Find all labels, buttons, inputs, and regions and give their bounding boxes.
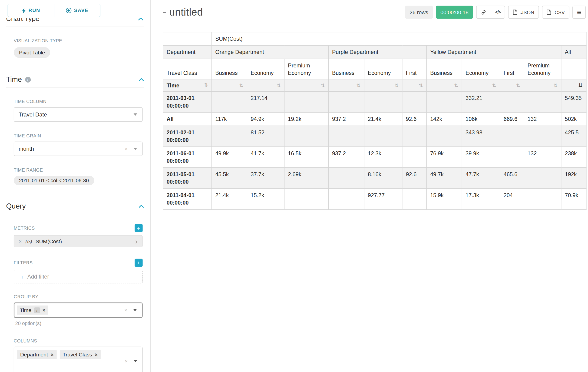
columns-label: COLUMNS <box>14 338 143 344</box>
export-csv-button[interactable]: .CSV <box>542 6 569 19</box>
pivot-metric-row: SUM(Cost) <box>163 32 586 45</box>
columns-select[interactable]: Department × Travel Class × × <box>14 347 143 372</box>
clear-icon[interactable]: × <box>125 146 128 152</box>
sort-icon[interactable]: ⇅ <box>277 82 281 89</box>
sort-column[interactable]: ⇅ <box>462 80 500 92</box>
viz-type-pill[interactable]: Pivot Table <box>14 47 50 58</box>
pivot-data-row: 2011-04-01 00:00:0021.4k15.2k927.7715.9k… <box>163 189 586 210</box>
sort-column[interactable]: ⇅ <box>212 80 247 92</box>
sort-column[interactable]: ⇅ <box>284 80 328 92</box>
sort-desc-icon[interactable]: ⇊ <box>578 82 583 89</box>
chip-remove-icon[interactable]: × <box>51 352 53 357</box>
clear-icon[interactable]: × <box>125 358 128 364</box>
control-panel-sidebar: RUN SAVE Chart Type VISUALIZATION TYPE P… <box>0 0 151 372</box>
sort-icon[interactable]: ⇅ <box>516 82 520 89</box>
sort-icon[interactable]: ⇅ <box>321 82 325 89</box>
pivot-value-cell: 106k <box>462 113 500 126</box>
sort-icon[interactable]: ⇅ <box>419 82 423 89</box>
add-metric-button[interactable]: + <box>135 224 142 232</box>
caret-down-icon <box>133 309 137 311</box>
time-grain-value: month <box>19 146 34 152</box>
run-button[interactable]: RUN <box>8 4 54 17</box>
columns-chip[interactable]: Department × <box>17 350 57 359</box>
sort-icon[interactable]: ⇅ <box>394 82 399 89</box>
chip-remove-icon[interactable]: × <box>42 308 45 312</box>
pivot-value-cell <box>402 92 427 113</box>
sort-icon[interactable]: ⇅ <box>553 82 557 89</box>
chart-type-section-header[interactable]: Chart Type <box>6 18 144 24</box>
save-button[interactable]: SAVE <box>54 4 100 17</box>
pivot-value-cell: 21.4k <box>364 113 402 126</box>
time-range-pill[interactable]: 2011-01-01 ≤ col < 2011-06-30 <box>14 176 94 185</box>
pivot-value-cell: 94.9k <box>247 113 284 126</box>
metric-item[interactable]: × ƒ(x) SUM(Cost) › <box>14 235 143 247</box>
collapse-section-control[interactable] <box>138 78 144 81</box>
pivot-value-cell: 204 <box>500 189 524 210</box>
group-by-options-hint: 20 option(s) <box>15 320 142 326</box>
sort-column[interactable]: ⇅ <box>427 80 462 92</box>
group-by-select[interactable]: Time i × × <box>14 302 143 318</box>
pivot-value-cell: 92.6 <box>402 113 427 126</box>
pivot-value-cell: 117k <box>212 113 247 126</box>
pivot-value-cell <box>402 147 427 168</box>
sort-column[interactable]: ⇅ <box>328 80 364 92</box>
add-filter-button[interactable]: + Add filter <box>14 270 143 283</box>
pivot-value-cell: 132 <box>524 147 561 168</box>
pivot-value-cell: 332.21 <box>462 92 500 113</box>
sort-column[interactable]: ⇅ <box>500 80 524 92</box>
pivot-value-cell <box>364 92 402 113</box>
sort-column[interactable]: ⇅ <box>402 80 427 92</box>
sort-icon[interactable]: ⇅ <box>454 82 458 89</box>
time-dim-label[interactable]: Time⇅ <box>163 80 211 92</box>
sort-icon[interactable]: ⇅ <box>492 82 496 89</box>
row-count-badge: 26 rows <box>405 6 433 19</box>
pivot-value-cell: 15.9k <box>427 189 462 210</box>
short-link-button[interactable] <box>476 6 491 19</box>
department-header: Purple Department <box>328 46 427 59</box>
pivot-value-cell: 343.98 <box>462 126 500 147</box>
sort-column[interactable]: ⇅ <box>364 80 402 92</box>
pivot-value-cell <box>212 126 247 147</box>
menu-button[interactable]: ≡ <box>572 6 586 19</box>
pivot-value-cell: 132 <box>524 113 561 126</box>
travel-class-header: First <box>402 59 427 80</box>
time-section-header[interactable]: Time i <box>6 75 144 84</box>
sort-icon[interactable]: ⇅ <box>204 82 208 89</box>
pivot-travel-class-row: Travel ClassBusinessEconomyPremium Econo… <box>163 59 586 80</box>
travel-class-header: Economy <box>462 59 500 80</box>
row-label: 2011-06-01 00:00:00 <box>163 147 211 168</box>
plus-circle-icon <box>66 8 72 13</box>
lightning-icon <box>22 8 26 13</box>
export-json-button[interactable]: .JSON <box>508 6 539 19</box>
pivot-value-cell <box>500 147 524 168</box>
chip-remove-icon[interactable]: × <box>95 352 98 357</box>
chevron-right-icon[interactable]: › <box>135 238 137 245</box>
pivot-value-cell: 217.14 <box>247 92 284 113</box>
time-column-select[interactable]: Travel Date <box>14 107 143 122</box>
query-section-header[interactable]: Query <box>6 202 144 210</box>
time-grain-select[interactable]: month × <box>14 142 143 156</box>
pivot-value-cell: 465.6 <box>500 168 524 189</box>
pivot-value-cell: 21.4k <box>212 189 247 210</box>
pivot-value-cell: 37.7k <box>247 168 284 189</box>
pivot-data-row: All117k94.9k19.2k937.221.4k92.6142k106k6… <box>163 113 586 126</box>
remove-metric-icon[interactable]: × <box>19 239 22 244</box>
section-divider <box>6 27 144 27</box>
row-label: 2011-04-01 00:00:00 <box>163 189 211 210</box>
pivot-value-cell: 39.9k <box>462 147 500 168</box>
pivot-department-row: DepartmentOrange DepartmentPurple Depart… <box>163 46 586 59</box>
sort-column-active[interactable]: ⇊ <box>561 80 586 92</box>
add-filter-plus-button[interactable]: + <box>135 259 142 267</box>
sort-column[interactable]: ⇅ <box>524 80 561 92</box>
group-by-chip[interactable]: Time i × <box>17 306 48 315</box>
view-query-button[interactable]: </> <box>491 6 505 19</box>
chart-title[interactable]: - untitled <box>163 6 203 18</box>
columns-chip[interactable]: Travel Class × <box>60 350 101 359</box>
clear-icon[interactable]: × <box>124 307 127 313</box>
sort-column[interactable]: ⇅ <box>247 80 284 92</box>
collapse-section-control[interactable] <box>138 205 144 208</box>
time-column-label: TIME COLUMN <box>14 99 143 104</box>
sort-icon[interactable]: ⇅ <box>239 82 243 89</box>
sort-icon[interactable]: ⇅ <box>357 82 361 89</box>
department-header: Orange Department <box>212 46 328 59</box>
